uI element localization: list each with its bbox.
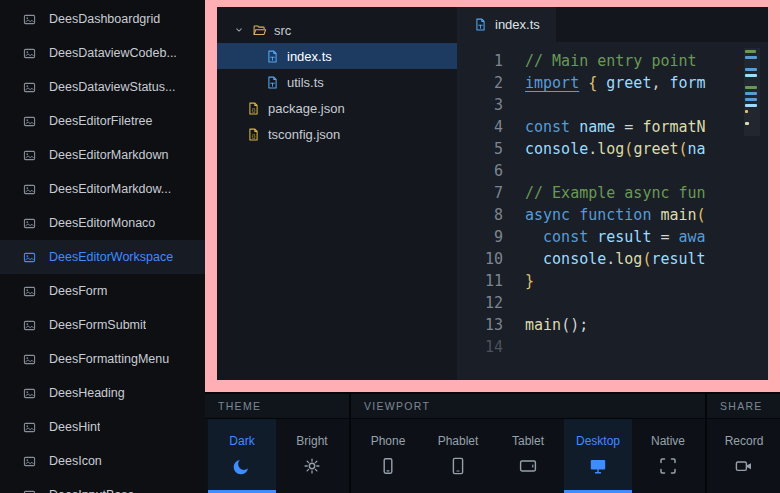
toolbar-button-phone[interactable]: Phone bbox=[354, 419, 422, 493]
tablet-icon bbox=[518, 456, 538, 476]
toolbar-button-desktop[interactable]: Desktop bbox=[564, 419, 632, 493]
main-area: src index.ts utils.ts {}package.json {}t… bbox=[205, 0, 780, 493]
sidebar-item-deeseditormarkdown[interactable]: DeesEditorMarkdown bbox=[0, 138, 205, 172]
sidebar-item-deeseditorworkspace[interactable]: DeesEditorWorkspace bbox=[0, 240, 205, 274]
component-icon bbox=[22, 114, 37, 129]
code-line: 14 bbox=[457, 336, 768, 358]
line-number: 4 bbox=[457, 116, 503, 138]
toolbar-section-header-share: SHARE bbox=[707, 394, 780, 419]
line-number: 1 bbox=[457, 50, 503, 72]
component-icon bbox=[22, 12, 37, 27]
component-icon bbox=[22, 318, 37, 333]
bottom-toolbar: THEME Dark Bright VIEWPORT Phone bbox=[205, 392, 780, 493]
sidebar-item-label: DeesEditorMarkdow... bbox=[49, 182, 171, 196]
sidebar-item-deesdashboardgrid[interactable]: DeesDashboardgrid bbox=[0, 2, 205, 36]
sidebar-item-deeseditormonaco[interactable]: DeesEditorMonaco bbox=[0, 206, 205, 240]
editor-workspace: src index.ts utils.ts {}package.json {}t… bbox=[217, 7, 768, 380]
tree-item-label: src bbox=[274, 23, 291, 38]
toolbar-section-theme: THEME Dark Bright bbox=[205, 394, 349, 493]
component-sidebar: DeesDashboardgrid DeesDataviewCodeb... D… bbox=[0, 0, 205, 493]
line-number: 7 bbox=[457, 182, 503, 204]
tree-item-tsconfig-json[interactable]: {}tsconfig.json bbox=[217, 121, 457, 147]
tree-item-package-json[interactable]: {}package.json bbox=[217, 95, 457, 121]
sidebar-item-deeshint[interactable]: DeesHint bbox=[0, 410, 205, 444]
sidebar-item-label: DeesEditorWorkspace bbox=[49, 250, 173, 264]
code-lines: 1 // Main entry point 2 import { greet, … bbox=[457, 50, 768, 358]
line-number: 9 bbox=[457, 226, 503, 248]
phone-icon bbox=[378, 456, 398, 476]
toolbar-button-tablet[interactable]: Tablet bbox=[494, 419, 562, 493]
code-line: 13 main(); bbox=[457, 314, 768, 336]
sidebar-item-label: DeesHeading bbox=[49, 386, 125, 400]
component-icon bbox=[22, 352, 37, 367]
tree-item-utils-ts[interactable]: utils.ts bbox=[217, 69, 457, 95]
component-icon bbox=[22, 46, 37, 61]
sidebar-item-label: DeesEditorFiletree bbox=[49, 114, 153, 128]
line-number: 6 bbox=[457, 160, 503, 182]
sun-icon bbox=[302, 456, 322, 476]
toolbar-button-label: Dark bbox=[229, 434, 254, 448]
component-icon bbox=[22, 284, 37, 299]
code-area[interactable]: 1 // Main entry point 2 import { greet, … bbox=[457, 42, 768, 380]
moon-icon bbox=[232, 456, 252, 476]
tab-label: index.ts bbox=[495, 17, 540, 32]
component-icon bbox=[22, 386, 37, 401]
toolbar-buttons-share: Record bbox=[707, 419, 780, 493]
editor-tab-index-ts[interactable]: index.ts bbox=[457, 7, 556, 42]
sidebar-item-label: DeesDashboardgrid bbox=[49, 12, 160, 26]
component-icon bbox=[22, 250, 37, 265]
json-file-icon: {} bbox=[246, 101, 261, 116]
tree-item-src[interactable]: src bbox=[217, 17, 457, 43]
component-icon bbox=[22, 216, 37, 231]
toolbar-button-record[interactable]: Record bbox=[710, 419, 778, 493]
sidebar-item-deesicon[interactable]: DeesIcon bbox=[0, 444, 205, 478]
sidebar-item-deesheading[interactable]: DeesHeading bbox=[0, 376, 205, 410]
sidebar-item-deesformattingmenu[interactable]: DeesFormattingMenu bbox=[0, 342, 205, 376]
file-tree: src index.ts utils.ts {}package.json {}t… bbox=[217, 7, 457, 380]
tree-item-label: index.ts bbox=[287, 49, 332, 64]
sidebar-item-deesinputbase[interactable]: DeesInputBase bbox=[0, 478, 205, 493]
record-icon bbox=[734, 456, 754, 476]
toolbar-button-dark[interactable]: Dark bbox=[208, 419, 276, 493]
component-icon bbox=[22, 420, 37, 435]
sidebar-item-label: DeesEditorMarkdown bbox=[49, 148, 169, 162]
sidebar-item-label: DeesHint bbox=[49, 420, 100, 434]
minimap[interactable] bbox=[744, 48, 760, 136]
line-number: 2 bbox=[457, 72, 503, 94]
toolbar-button-bright[interactable]: Bright bbox=[278, 419, 346, 493]
sidebar-item-deesform[interactable]: DeesForm bbox=[0, 274, 205, 308]
code-line: 8 async function main( bbox=[457, 204, 768, 226]
folder-open-icon bbox=[252, 23, 267, 38]
toolbar-button-label: Bright bbox=[296, 434, 327, 448]
toolbar-buttons-theme: Dark Bright bbox=[205, 419, 349, 493]
line-number: 3 bbox=[457, 94, 503, 116]
sidebar-item-deesdataviewcodeb[interactable]: DeesDataviewCodeb... bbox=[0, 36, 205, 70]
sidebar-item-label: DeesIcon bbox=[49, 454, 102, 468]
toolbar-button-phablet[interactable]: Phablet bbox=[424, 419, 492, 493]
code-line: 11 } bbox=[457, 270, 768, 292]
code-line: 6 bbox=[457, 160, 768, 182]
sidebar-item-deeseditorfiletree[interactable]: DeesEditorFiletree bbox=[0, 104, 205, 138]
app-root: DeesDashboardgrid DeesDataviewCodeb... D… bbox=[0, 0, 780, 493]
sidebar-item-label: DeesEditorMonaco bbox=[49, 216, 155, 230]
line-number: 8 bbox=[457, 204, 503, 226]
phablet-icon bbox=[448, 456, 468, 476]
code-editor: index.ts 1 // Main entry point 2 import … bbox=[457, 7, 768, 380]
code-line: 12 bbox=[457, 292, 768, 314]
chevron-down-icon bbox=[233, 24, 245, 36]
code-line: 5 console.log(greet(na bbox=[457, 138, 768, 160]
toolbar-section-header-viewport: VIEWPORT bbox=[351, 394, 705, 419]
tree-item-label: package.json bbox=[268, 101, 345, 116]
sidebar-item-deeseditormarkdow[interactable]: DeesEditorMarkdow... bbox=[0, 172, 205, 206]
code-line: 4 const name = formatN bbox=[457, 116, 768, 138]
toolbar-buttons-viewport: Phone Phablet Tablet Desktop Native bbox=[351, 419, 705, 493]
sidebar-item-label: DeesFormSubmit bbox=[49, 318, 146, 332]
sidebar-item-deesformsubmit[interactable]: DeesFormSubmit bbox=[0, 308, 205, 342]
toolbar-button-native[interactable]: Native bbox=[634, 419, 702, 493]
sidebar-item-deesdataviewstatus[interactable]: DeesDataviewStatus... bbox=[0, 70, 205, 104]
svg-text:{}: {} bbox=[252, 132, 256, 138]
line-number: 10 bbox=[457, 248, 503, 270]
json-file-icon: {} bbox=[246, 127, 261, 142]
tree-item-index-ts[interactable]: index.ts bbox=[217, 43, 457, 69]
native-icon bbox=[658, 456, 678, 476]
